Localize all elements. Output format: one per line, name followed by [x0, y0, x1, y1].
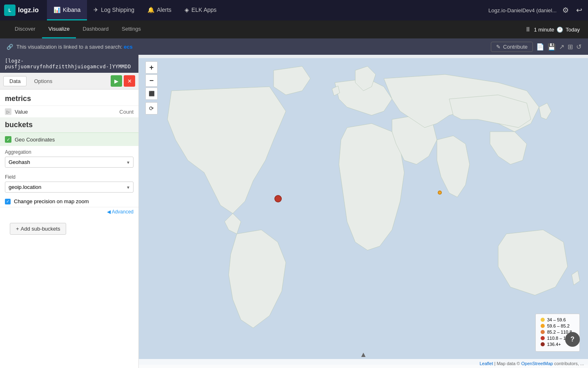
panel-index-title: [logz-pusfjuomruyfnhdfzitthhjuiogamcvd-]…: [5, 58, 131, 70]
nav-right: Logz.io-DanielDev4 (daniel... ⚙ ↩: [488, 4, 584, 16]
logshipping-icon: ✈: [94, 7, 98, 13]
metric-count: Count: [119, 109, 134, 115]
legend-dot-1: [541, 318, 545, 322]
aggregation-select-wrapper: Geohash: [5, 157, 134, 168]
field-select-wrapper: geoip.location: [5, 182, 134, 193]
elkapps-icon: ◈: [185, 7, 189, 13]
rotate-button[interactable]: ⟳: [145, 102, 158, 114]
link-icon: 🔗: [7, 44, 13, 50]
geo-coordinates-row: ✓ Geo Coordinates: [0, 132, 138, 146]
nav-item-elkapps[interactable]: ◈ ELK Apps: [178, 0, 223, 20]
export-icon[interactable]: 💾: [548, 43, 556, 51]
logo-text: logz.io: [18, 7, 39, 14]
contribute-icon: ✎: [496, 44, 501, 50]
close-button[interactable]: ✕: [124, 75, 135, 87]
calendar-icon: 🕐: [557, 27, 563, 33]
add-sub-icon: +: [16, 226, 19, 232]
logout-button[interactable]: ↩: [575, 4, 584, 16]
legend-item-1: 34 – 59.6: [541, 317, 575, 322]
main-layout: [logz-pusfjuomruyfnhdfzitthhjuiogamcvd-]…: [0, 55, 588, 368]
collapse-arrow[interactable]: ▲: [360, 350, 367, 359]
contribute-button[interactable]: ✎ Contribute: [491, 42, 533, 52]
zoom-out-button[interactable]: −: [145, 74, 158, 87]
geo-label: Geo Coordinates: [15, 137, 55, 143]
advanced-link[interactable]: ◀ Advanced: [107, 209, 134, 215]
tab-data[interactable]: Data: [3, 76, 27, 86]
nav-item-logshipping[interactable]: ✈ Log Shipping: [87, 0, 141, 20]
top-navigation: L logz.io 📊 Kibana ✈ Log Shipping 🔔 Aler…: [0, 0, 588, 20]
subnav-discover[interactable]: Discover: [8, 20, 42, 38]
leaflet-link[interactable]: Leaflet: [479, 361, 493, 366]
alerts-icon: 🔔: [147, 7, 154, 13]
nav-label-kibana: Kibana: [63, 7, 81, 13]
subnav-visualize[interactable]: Visualize: [42, 20, 76, 38]
geo-checkbox[interactable]: ✓: [5, 136, 11, 143]
refresh-icon[interactable]: ↺: [576, 43, 581, 51]
user-display: Logz.io-DanielDev4 (daniel...: [488, 7, 557, 13]
sub-navigation: Discover Visualize Dashboard Settings ⏸ …: [0, 20, 588, 38]
share-icon[interactable]: ↗: [559, 43, 564, 51]
buckets-separator: buckets: [0, 117, 138, 132]
precision-checkbox-row: ✓ Change precision on map zoom: [0, 196, 138, 207]
precision-label: Change precision on map zoom: [14, 198, 89, 204]
legend-dot-2: [541, 324, 545, 328]
info-bar-message: This visualization is linked to a saved …: [16, 44, 488, 50]
field-form-group: Field geoip.location: [0, 171, 138, 196]
aggregation-label: Aggregation: [5, 149, 134, 155]
nav-items: 📊 Kibana ✈ Log Shipping 🔔 Alerts ◈ ELK A…: [47, 0, 223, 20]
expand-icon[interactable]: ⊞: [568, 43, 573, 51]
nav-label-elkapps: ELK Apps: [192, 7, 217, 13]
metric-value-row: ▷ Value Count: [0, 105, 138, 117]
precision-checkbox[interactable]: ✓: [5, 199, 11, 204]
today-label[interactable]: Today: [566, 27, 580, 33]
subnav-right: ⏸ 1 minute 🕐 Today: [525, 26, 580, 33]
run-button[interactable]: ▶: [111, 75, 122, 87]
world-map-svg: [139, 55, 588, 368]
legend-dot-3: [541, 330, 545, 334]
metric-label: Value: [15, 109, 116, 115]
metric-icon: ▷: [5, 108, 11, 115]
nav-item-kibana[interactable]: 📊 Kibana: [47, 0, 87, 20]
save-icon[interactable]: 📄: [536, 43, 544, 51]
subnav-settings[interactable]: Settings: [115, 20, 147, 38]
metrics-section-label: metrics: [0, 90, 138, 105]
aggregation-form-group: Aggregation Geohash: [0, 146, 138, 171]
logo-area[interactable]: L logz.io: [4, 4, 39, 16]
legend-dot-4: [541, 336, 545, 340]
map-controls: + − ⬛ ⟳: [145, 61, 158, 114]
info-bar: 🔗 This visualization is linked to a save…: [0, 38, 588, 55]
field-select[interactable]: geoip.location: [5, 182, 134, 193]
time-range-display: 1 minute: [534, 27, 554, 33]
zoom-in-button[interactable]: +: [145, 61, 158, 74]
map-marker-middleeast[interactable]: [438, 191, 442, 195]
full-extent-button[interactable]: ⬛: [145, 88, 158, 100]
legend-item-2: 59.6 – 85.2: [541, 323, 575, 328]
pause-button[interactable]: ⏸: [525, 26, 531, 33]
openstreetmap-link[interactable]: OpenStreetMap: [521, 361, 553, 366]
add-sub-buckets-button[interactable]: + Add sub-buckets: [10, 223, 66, 235]
nav-label-logshipping: Log Shipping: [101, 7, 134, 13]
buckets-section-label: buckets: [5, 121, 33, 129]
left-panel: [logz-pusfjuomruyfnhdfzitthhjuiogamcvd-]…: [0, 55, 139, 368]
tab-options[interactable]: Options: [28, 76, 58, 86]
map-marker-usa[interactable]: [274, 195, 282, 202]
panel-tabs: Data Options ▶ ✕: [0, 73, 138, 90]
legend-dot-5: [541, 342, 545, 346]
help-button[interactable]: ?: [565, 332, 580, 347]
info-bar-actions: ✎ Contribute 📄 💾 ↗ ⊞ ↺: [491, 42, 581, 52]
panel-title-bar: [logz-pusfjuomruyfnhdfzitthhjuiogamcvd-]…: [0, 55, 138, 73]
nav-item-alerts[interactable]: 🔔 Alerts: [141, 0, 178, 20]
nav-label-alerts: Alerts: [157, 7, 172, 13]
subnav-dashboard[interactable]: Dashboard: [76, 20, 115, 38]
advanced-row: ◀ Advanced: [0, 207, 138, 216]
map-footer: Leaflet | Map data © OpenStreetMap contr…: [139, 359, 588, 368]
settings-button[interactable]: ⚙: [561, 4, 570, 16]
kibana-icon: 📊: [53, 7, 60, 13]
logz-logo-icon: L: [4, 4, 16, 16]
add-sub-buckets-area: + Add sub-buckets: [0, 216, 138, 241]
aggregation-select[interactable]: Geohash: [5, 157, 134, 168]
field-label: Field: [5, 174, 134, 180]
map-area[interactable]: + − ⬛ ⟳ 34 – 59.6 59.6 – 85.2 85.2 – 110: [139, 55, 588, 368]
